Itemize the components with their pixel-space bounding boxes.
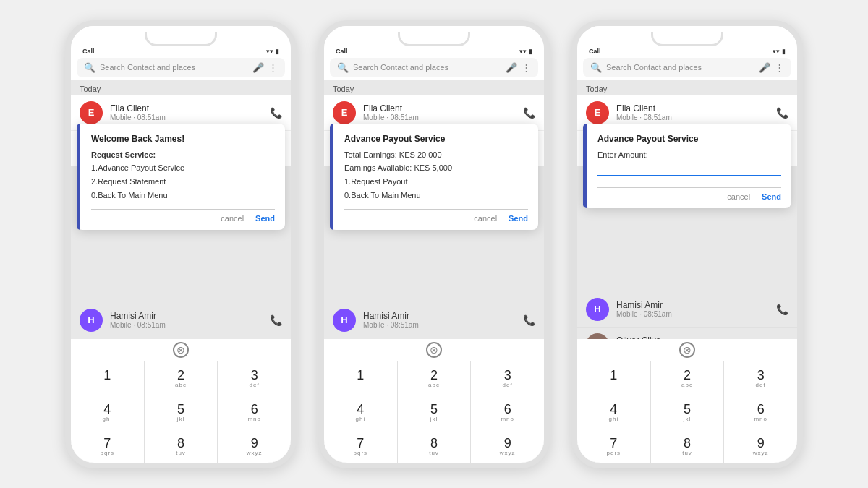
search-placeholder: Search Contact and places	[353, 63, 501, 72]
numpad-key-7[interactable]: 7 pqrs	[324, 429, 397, 463]
contact-info: Hamisi Amir Mobile · 08:51am	[110, 311, 263, 329]
numpad-key-3[interactable]: 3 def	[724, 361, 797, 395]
contact-info: Oliver Clive Mobile · 08:51am	[616, 335, 769, 339]
num-letters: ghi	[355, 416, 365, 423]
avatar: E	[80, 101, 103, 124]
numpad-key-5[interactable]: 5 jkl	[145, 395, 218, 429]
dialog-title: Advance Payout Service	[344, 134, 528, 144]
status-right: ▾▾ ▮	[519, 48, 532, 55]
numpad-key-3[interactable]: 3 def	[218, 361, 291, 395]
numpad-key-6[interactable]: 6 mno	[724, 395, 797, 429]
call-icon[interactable]: 📞	[523, 314, 535, 326]
num-digit: 1	[103, 369, 111, 382]
contact-item[interactable]: H Hamisi Amir Mobile · 08:51am 📞	[577, 292, 797, 328]
numpad: 1 2 abc 3 def 4 ghi 5 jkl 6 mno 7 pqrs 8…	[577, 361, 797, 463]
send-button[interactable]: Send	[255, 214, 275, 223]
numpad-key-1[interactable]: 1	[577, 361, 650, 395]
call-icon[interactable]: 📞	[270, 314, 282, 326]
battery-icon: ▮	[782, 48, 786, 55]
numpad-key-5[interactable]: 5 jkl	[651, 395, 724, 429]
numpad-key-9[interactable]: 9 wxyz	[471, 429, 544, 463]
numpad-key-7[interactable]: 7 pqrs	[71, 429, 144, 463]
search-placeholder: Search Contact and places	[606, 63, 754, 72]
num-digit: 3	[251, 369, 258, 382]
cancel-button[interactable]: cancel	[474, 214, 497, 223]
contact-info: Hamisi Amir Mobile · 08:51am	[363, 311, 516, 329]
num-digit: 6	[757, 403, 765, 416]
call-icon[interactable]: 📞	[523, 107, 535, 119]
numpad-key-1[interactable]: 1	[71, 361, 144, 395]
num-digit: 7	[610, 437, 617, 450]
numpad-key-4[interactable]: 4 ghi	[71, 395, 144, 429]
numpad-key-6[interactable]: 6 mno	[471, 395, 544, 429]
dialog-content: Advance Payout ServiceTotal Earnings: KE…	[340, 134, 528, 223]
numpad-key-5[interactable]: 5 jkl	[398, 395, 471, 429]
close-numpad-button[interactable]: ⊗	[173, 342, 189, 358]
numpad-key-8[interactable]: 8 tuv	[398, 429, 471, 463]
contact-name: Ella Client	[363, 103, 516, 114]
cancel-button[interactable]: cancel	[221, 214, 244, 223]
numpad-key-4[interactable]: 4 ghi	[577, 395, 650, 429]
search-bar[interactable]: 🔍 Search Contact and places 🎤 ⋮	[330, 58, 538, 77]
numpad-key-6[interactable]: 6 mno	[218, 395, 291, 429]
call-icon[interactable]: 📞	[270, 107, 282, 119]
avatar: H	[80, 309, 103, 332]
numpad-key-9[interactable]: 9 wxyz	[218, 429, 291, 463]
num-letters: wxyz	[247, 450, 263, 457]
numpad-key-7[interactable]: 7 pqrs	[577, 429, 650, 463]
contact-name: Ella Client	[110, 103, 263, 114]
call-icon[interactable]: 📞	[776, 304, 788, 315]
numpad-key-2[interactable]: 2 abc	[651, 361, 724, 395]
contact-item[interactable]: H Hamisi Amir Mobile · 08:51am 📞	[324, 303, 544, 338]
send-button[interactable]: Send	[762, 192, 781, 201]
dialog-divider	[91, 209, 275, 210]
close-numpad-button[interactable]: ⊗	[679, 342, 695, 358]
numpad-key-2[interactable]: 2 abc	[398, 361, 471, 395]
numpad-key-8[interactable]: 8 tuv	[651, 429, 724, 463]
today-label: Today	[577, 80, 797, 95]
num-digit: 3	[757, 369, 765, 382]
dialog-body: 1.Advance Payout Service2.Request Statem…	[91, 161, 275, 202]
num-letters: tuv	[682, 450, 692, 457]
numpad-key-9[interactable]: 9 wxyz	[724, 429, 797, 463]
search-bar[interactable]: 🔍 Search Contact and places 🎤 ⋮	[77, 58, 285, 77]
send-button[interactable]: Send	[509, 214, 528, 223]
notch-area	[324, 26, 544, 46]
contact-item[interactable]: O Oliver Clive Mobile · 08:51am 📞	[324, 338, 544, 339]
dialog-divider	[597, 187, 781, 188]
search-icon: 🔍	[84, 62, 95, 73]
status-bar: Call ▾▾ ▮	[577, 46, 797, 58]
contact-name: Hamisi Amir	[363, 311, 516, 321]
contact-item[interactable]: H Hamisi Amir Mobile · 08:51am 📞	[71, 303, 291, 338]
num-letters: abc	[428, 382, 440, 389]
contact-item[interactable]: O Oliver Clive Mobile · 08:51am 📞	[71, 338, 291, 339]
mic-icon: 🎤	[252, 62, 264, 73]
contact-name: Hamisi Amir	[110, 311, 263, 321]
num-digit: 9	[504, 437, 511, 450]
numpad-area: ⊗ 1 2 abc 3 def 4 ghi 5 jkl 6 mno 7 pqrs…	[577, 339, 797, 463]
search-bar[interactable]: 🔍 Search Contact and places 🎤 ⋮	[583, 58, 791, 77]
numpad-key-1[interactable]: 1	[324, 361, 397, 395]
close-numpad-button[interactable]: ⊗	[426, 342, 442, 358]
num-digit: 8	[177, 437, 184, 450]
numpad-key-2[interactable]: 2 abc	[145, 361, 218, 395]
more-icon: ⋮	[775, 62, 784, 73]
numpad-key-3[interactable]: 3 def	[471, 361, 544, 395]
contact-list-below: H Hamisi Amir Mobile · 08:51am 📞 O Olive…	[71, 300, 291, 339]
contact-sub: Mobile · 08:51am	[363, 321, 516, 329]
numpad: 1 2 abc 3 def 4 ghi 5 jkl 6 mno 7 pqrs 8…	[324, 361, 544, 463]
more-icon: ⋮	[268, 62, 278, 73]
numpad-key-4[interactable]: 4 ghi	[324, 395, 397, 429]
battery-icon: ▮	[529, 48, 532, 55]
dialog-overlay: Advance Payout ServiceTotal Earnings: KE…	[330, 124, 538, 231]
phone-body: Today E Ella Client Mobile · 08:51am 📞 A…	[71, 80, 291, 339]
dialog-line: 0.Back To Main Menu	[91, 189, 275, 202]
numpad-key-8[interactable]: 8 tuv	[145, 429, 218, 463]
call-icon[interactable]: 📞	[776, 107, 788, 119]
num-digit: 1	[357, 369, 364, 382]
contact-item[interactable]: O Oliver Clive Mobile · 08:51am 📞	[577, 328, 797, 339]
cancel-button[interactable]: cancel	[727, 192, 750, 201]
dialog-input[interactable]	[597, 162, 781, 176]
status-left: Call	[82, 48, 95, 55]
phone-body: Today E Ella Client Mobile · 08:51am 📞 A…	[577, 80, 797, 339]
